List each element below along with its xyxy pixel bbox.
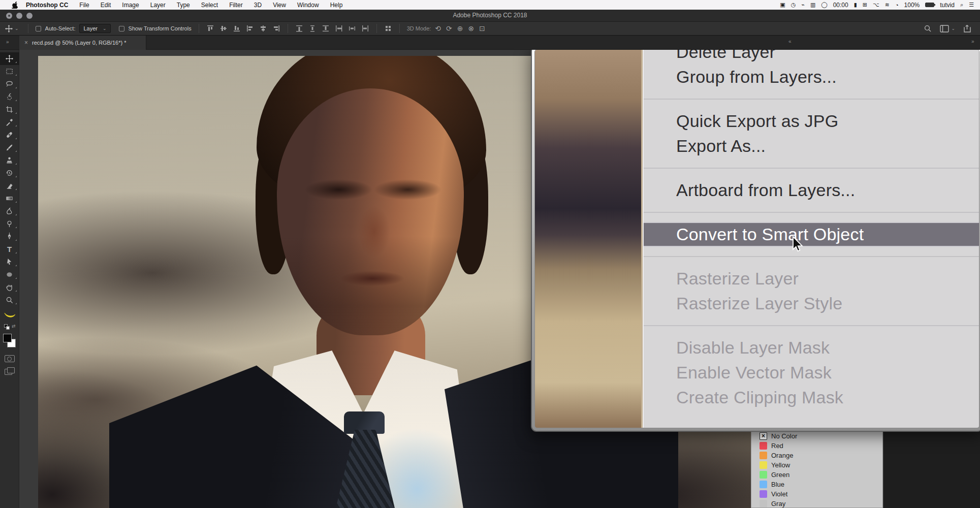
smudge-tool[interactable] [0,205,19,217]
status-timer[interactable]: 00:00 [833,2,848,9]
spotlight-search-icon[interactable]: ⌕ [960,2,963,8]
color-menu-item-violet[interactable]: Violet [751,489,882,499]
crop-tool[interactable] [0,103,19,116]
apple-logo-icon[interactable] [11,2,18,9]
distribute-left-edges-icon[interactable] [335,24,343,33]
menu-item-group-from-layers[interactable]: Group from Layers... [644,65,979,89]
clock-app-icon[interactable]: ◷ [791,2,796,8]
3d-slide-icon[interactable]: ⊗ [468,24,475,33]
healing-brush-tool[interactable] [0,129,19,141]
distribute-horizontal-centers-icon[interactable] [348,24,356,33]
align-left-edges-icon[interactable] [246,24,254,33]
share-icon[interactable] [963,24,971,33]
eyedropper-tool[interactable] [0,116,19,129]
menu-select[interactable]: Select [201,2,218,9]
align-horizontal-centers-icon[interactable] [259,24,267,33]
menu-type[interactable]: Type [177,2,190,9]
menu-photoshop[interactable]: Photoshop CC [26,2,68,9]
close-tab-icon[interactable]: × [24,39,28,46]
airplay-icon[interactable]: ⊞ [863,2,867,8]
battery-percent[interactable]: 100% [904,2,920,9]
menu-item-artboard-from-layers[interactable]: Artboard from Layers... [644,178,979,203]
gradient-tool[interactable] [0,192,19,205]
clone-stamp-tool[interactable] [0,154,19,167]
dock-collapse-chevron[interactable]: » [971,39,974,44]
screen-record-icon[interactable]: ▣ [780,2,785,8]
menu-view[interactable]: View [273,2,286,9]
screen-mode-button[interactable] [5,367,15,374]
align-bottom-edges-icon[interactable] [233,24,241,33]
color-menu-item-blue[interactable]: Blue [751,480,882,489]
distribute-spacing-icon[interactable] [384,24,392,33]
distribute-top-edges-icon[interactable] [295,24,303,33]
menu-item-convert-to-smart-object[interactable]: Convert to Smart Object [644,222,979,247]
lasso-tool[interactable] [0,78,19,90]
type-tool[interactable]: T [0,243,19,256]
pen-tool[interactable] [0,230,19,243]
hand-tool[interactable] [0,281,19,294]
ellipse-tool[interactable] [0,268,19,281]
menu-item-export-as[interactable]: Export As... [644,134,979,158]
distribute-right-edges-icon[interactable] [361,24,369,33]
foreground-color-swatch[interactable] [3,334,12,342]
path-selection-tool[interactable] [0,256,19,268]
menu-filter[interactable]: Filter [229,2,243,9]
menu-item-quick-export-as-jpg[interactable]: Quick Export as JPG [644,109,979,134]
align-vertical-centers-icon[interactable] [219,24,228,33]
quick-mask-button[interactable] [5,355,15,362]
brush-tool[interactable] [0,141,19,154]
color-menu-item-red[interactable]: Red [751,441,882,451]
align-top-edges-icon[interactable] [206,24,214,33]
current-tool-preview[interactable]: ⌄ [5,25,19,33]
menu-help[interactable]: Help [330,2,343,9]
auto-select-checkbox[interactable] [36,26,41,31]
workspace-switcher-icon[interactable] [940,25,949,33]
timer-circle-icon[interactable]: ◯ [821,2,827,8]
3d-pan-icon[interactable]: ⊕ [457,24,463,33]
notification-center-icon[interactable]: ☰ [969,2,974,8]
toolbar-collapse-chevron[interactable]: » [6,39,9,45]
color-swatches[interactable] [0,333,19,350]
color-menu-item-orange[interactable]: Orange [751,451,882,460]
history-brush-tool[interactable] [0,167,19,179]
menu-edit[interactable]: Edit [101,2,111,9]
menu-layer[interactable]: Layer [150,2,166,9]
swap-colors-icon: ⇄ [12,324,16,329]
dodge-tool[interactable] [0,217,19,230]
menu-image[interactable]: Image [122,2,139,9]
document-tab[interactable]: × recd.psd @ 50% (Layer 0, RGB/16*) * [19,36,146,50]
smudge-tool-icon [6,207,13,215]
color-menu-item-yellow[interactable]: Yellow [751,460,882,470]
move-tool[interactable] [0,52,19,65]
menu-item-delete-layer[interactable]: Delete Layer [644,50,979,65]
display-icon[interactable]: ⌁ [801,2,805,8]
user-name[interactable]: tutvid [940,2,955,9]
color-menu-item-green[interactable]: Green [751,470,882,480]
eraser-tool[interactable] [0,179,19,192]
menu-file[interactable]: File [79,2,89,9]
color-menu-item-no-color[interactable]: × No Color [751,431,882,441]
show-transform-checkbox[interactable] [119,26,124,31]
battery-vertical-icon[interactable]: ▮ [854,2,857,8]
distribute-vertical-centers-icon[interactable] [308,24,317,33]
panel-collapse-chevron[interactable]: « [788,39,791,44]
quick-selection-tool[interactable] [0,90,19,103]
search-icon[interactable] [924,24,932,33]
default-colors-widget[interactable]: ⇄ [0,323,19,331]
align-right-edges-icon[interactable] [272,24,280,33]
3d-orbit-icon[interactable]: ⟲ [435,24,441,33]
3d-camera-icon[interactable]: ⊡ [479,24,485,33]
time-machine-icon[interactable]: ◔ [895,2,899,8]
menu-window[interactable]: Window [297,2,319,9]
zoom-tool[interactable] [0,294,19,306]
banana-preset[interactable] [0,308,19,321]
wifi-icon[interactable]: ≋ [885,2,890,8]
marquee-tool[interactable] [0,65,19,78]
input-source-icon[interactable]: ⌥ [873,2,879,8]
distribute-bottom-edges-icon[interactable] [322,24,330,33]
auto-select-dropdown[interactable]: Layer ⌄ [79,24,110,33]
3d-roll-icon[interactable]: ⟳ [446,24,452,33]
color-menu-item-gray[interactable]: Gray [751,499,882,508]
columns-icon[interactable]: ▥ [810,2,815,8]
menu-3d[interactable]: 3D [254,2,262,9]
